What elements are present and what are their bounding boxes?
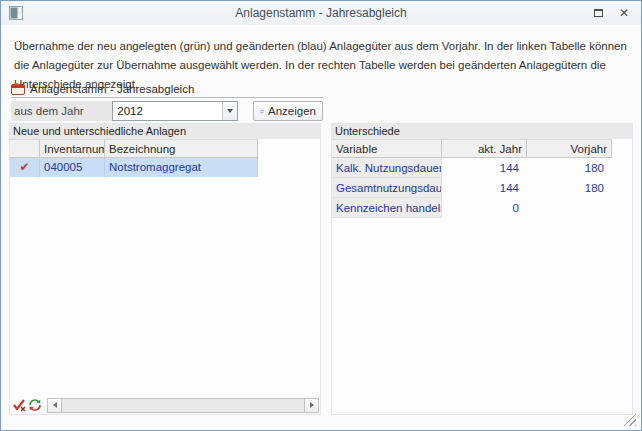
column-header-variable[interactable]: Variable — [332, 139, 442, 158]
diff-previous-value — [527, 198, 612, 218]
column-header-current-year[interactable]: akt. Jahr — [442, 139, 527, 158]
left-panel-title: Neue und unterschiedliche Anlagen — [10, 124, 320, 139]
asset-register-icon — [11, 82, 25, 95]
left-grid-header: Inventarnum... Bezeichnung — [10, 139, 320, 158]
column-header-name[interactable]: Bezeichnung — [105, 139, 258, 158]
column-header-check[interactable] — [10, 139, 40, 158]
new-assets-panel: Neue und unterschiedliche Anlagen Invent… — [9, 123, 321, 415]
title-bar[interactable]: Anlagenstamm - Jahresabgleich ✕ — [1, 1, 641, 25]
diff-current-value: 144 — [442, 178, 527, 198]
column-header-inventory[interactable]: Inventarnum... — [40, 139, 105, 158]
application-icon — [9, 6, 23, 20]
differences-panel: Unterschiede Variable akt. Jahr Vorjahr … — [331, 123, 633, 415]
horizontal-scrollbar[interactable] — [47, 398, 319, 413]
row-checkmark-icon[interactable]: ✔ — [10, 158, 40, 177]
check-assets-icon[interactable] — [12, 398, 26, 412]
asset-inventory-number: 040005 — [40, 158, 105, 177]
scroll-left-button[interactable] — [48, 399, 62, 412]
column-header-previous-year[interactable]: Vorjahr — [527, 139, 612, 158]
arrow-right-icon — [310, 402, 314, 408]
year-combobox[interactable]: 2012 — [112, 101, 238, 121]
year-label: aus dem Jahr — [11, 101, 112, 121]
diff-current-value: 0 — [442, 198, 527, 218]
diff-previous-value: 180 — [527, 178, 612, 198]
diff-row[interactable]: Kennzeichen handelsrecht... 0 — [332, 198, 632, 218]
scrollbar-track[interactable] — [62, 399, 304, 412]
asset-name: Notstromaggregat — [105, 158, 258, 177]
diff-current-value: 144 — [442, 158, 527, 178]
diff-variable: Gesamtnutzungsdauer ha... — [332, 178, 442, 198]
maximize-button[interactable] — [594, 9, 603, 17]
sync-assets-icon[interactable] — [28, 398, 42, 412]
diff-row[interactable]: Kalk. Nutzungsdauer 144 180 — [332, 158, 632, 178]
refresh-icon — [260, 105, 264, 118]
show-button-label: Anzeigen — [268, 105, 316, 117]
dialog-window: Anlagenstamm - Jahresabgleich ✕ Übernahm… — [0, 0, 642, 431]
filter-group-title: Anlagenstamm - Jahresabgleich — [30, 83, 194, 95]
window-title: Anlagenstamm - Jahresabgleich — [61, 6, 581, 20]
diff-previous-value: 180 — [527, 158, 612, 178]
chevron-down-icon — [227, 109, 233, 113]
left-panel-bottom-bar — [12, 397, 319, 413]
asset-row[interactable]: ✔ 040005 Notstromaggregat — [10, 158, 258, 177]
right-panel-title: Unterschiede — [332, 124, 632, 139]
right-grid-header: Variable akt. Jahr Vorjahr — [332, 139, 632, 158]
arrow-left-icon — [53, 402, 57, 408]
diff-variable: Kennzeichen handelsrecht... — [332, 198, 442, 218]
filter-group: Anlagenstamm - Jahresabgleich aus dem Ja… — [11, 81, 323, 121]
scroll-right-button[interactable] — [304, 399, 318, 412]
diff-variable: Kalk. Nutzungsdauer — [332, 158, 442, 178]
combobox-dropdown-button[interactable] — [222, 102, 237, 120]
diff-row[interactable]: Gesamtnutzungsdauer ha... 144 180 — [332, 178, 632, 198]
show-button[interactable]: Anzeigen — [253, 101, 323, 121]
year-value: 2012 — [113, 105, 222, 117]
close-button[interactable]: ✕ — [619, 7, 629, 19]
